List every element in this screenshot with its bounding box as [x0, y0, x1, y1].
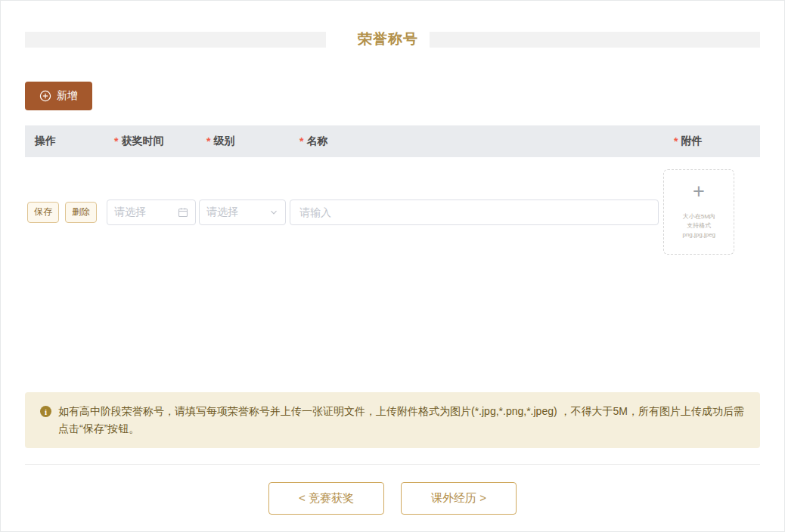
- info-note-text: 如有高中阶段荣誉称号，请填写每项荣誉称号并上传一张证明文件，上传附件格式为图片(…: [58, 403, 745, 438]
- honor-title-page: 荣誉称号 新增 操作 * 获奖时间 * 级别: [0, 0, 785, 532]
- header-award-time: * 获奖时间: [107, 135, 199, 148]
- header-name-label: 名称: [306, 135, 327, 148]
- title-decor-right: [430, 32, 760, 48]
- award-time-cell: 请选择: [107, 200, 199, 225]
- date-placeholder: 请选择: [114, 206, 146, 219]
- upload-hint-line: png,jpg,jpeg: [682, 230, 715, 240]
- footer-nav: < 竞赛获奖 课外经历 >: [25, 482, 760, 515]
- header-level-label: 级别: [213, 135, 234, 148]
- divider: [25, 464, 760, 465]
- upload-hint: 大小在5M内 支持格式 png,jpg,jpeg: [682, 213, 715, 240]
- required-mark: *: [299, 135, 303, 147]
- operation-cell: 保存 删除: [25, 202, 107, 223]
- header-operation-label: 操作: [35, 135, 56, 148]
- save-button[interactable]: 保存: [27, 202, 59, 223]
- header-operation: 操作: [25, 135, 107, 148]
- required-mark: *: [674, 135, 678, 147]
- name-cell: [290, 200, 663, 225]
- page-title: 荣誉称号: [358, 29, 418, 49]
- table-header: 操作 * 获奖时间 * 级别 * 名称 * 附件: [25, 125, 760, 157]
- attachment-upload[interactable]: + 大小在5M内 支持格式 png,jpg,jpeg: [663, 169, 734, 255]
- header-award-time-label: 获奖时间: [121, 135, 163, 148]
- circle-plus-icon: [39, 90, 51, 102]
- page-title-row: 荣誉称号: [25, 31, 760, 48]
- next-step-button[interactable]: 课外经历 >: [401, 482, 517, 515]
- header-name: * 名称: [290, 135, 663, 148]
- level-cell: 请选择: [199, 200, 290, 225]
- info-note: i 如有高中阶段荣誉称号，请填写每项荣誉称号并上传一张证明文件，上传附件格式为图…: [25, 392, 760, 448]
- upload-hint-line: 大小在5M内: [682, 213, 715, 222]
- info-icon: i: [40, 406, 51, 417]
- upload-hint-line: 支持格式: [682, 221, 715, 230]
- table-row: 保存 删除 请选择: [25, 169, 760, 255]
- prev-step-button[interactable]: < 竞赛获奖: [268, 482, 384, 515]
- plus-icon: +: [693, 181, 705, 202]
- chevron-down-icon: [269, 208, 278, 217]
- calendar-icon: [178, 207, 188, 218]
- delete-button[interactable]: 删除: [65, 202, 97, 223]
- award-date-picker[interactable]: 请选择: [107, 200, 196, 225]
- header-level: * 级别: [199, 135, 290, 148]
- required-mark: *: [206, 135, 210, 147]
- header-attachment-label: 附件: [681, 135, 702, 148]
- name-input[interactable]: [290, 200, 659, 225]
- header-attachment: * 附件: [663, 135, 760, 148]
- level-select[interactable]: 请选择: [199, 200, 286, 225]
- level-placeholder: 请选择: [206, 206, 238, 219]
- add-button[interactable]: 新增: [25, 82, 92, 110]
- add-button-label: 新增: [57, 89, 78, 103]
- required-mark: *: [114, 135, 118, 147]
- title-decor-left: [25, 32, 326, 48]
- attachment-cell: + 大小在5M内 支持格式 png,jpg,jpeg: [663, 169, 760, 255]
